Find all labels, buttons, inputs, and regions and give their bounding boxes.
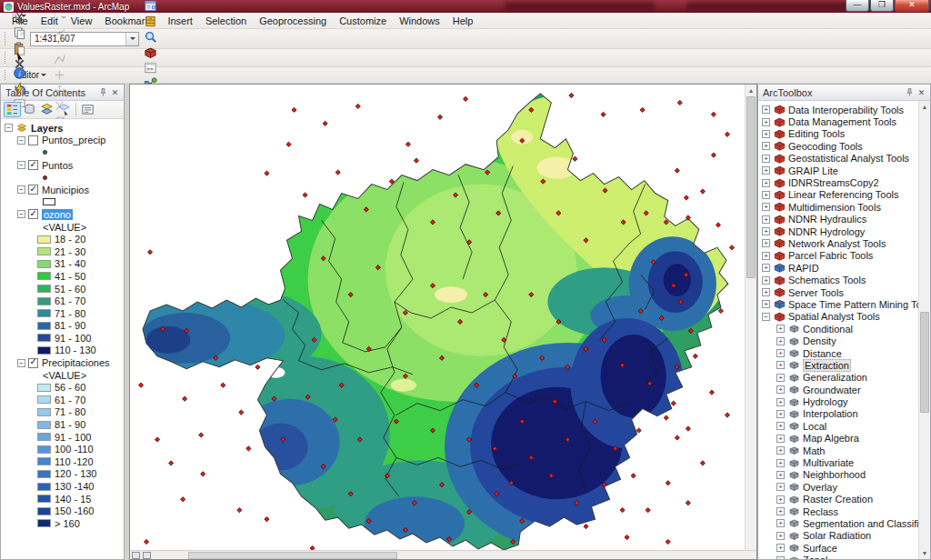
toolbox-item-label[interactable]: Multidimension Tools (788, 202, 881, 213)
expand-icon[interactable]: + (776, 422, 785, 430)
menu-view[interactable]: View (65, 14, 99, 28)
toolbox-item[interactable]: +Hydrology (760, 395, 917, 407)
legend-class-row[interactable]: 81 - 90 (1, 320, 124, 333)
toolbox-item-label[interactable]: Generalization (803, 372, 867, 383)
toolbox-item[interactable]: +Editing Tools (760, 128, 917, 140)
toolbox-item-label[interactable]: Map Algebra (803, 433, 859, 444)
toolbox-item-label[interactable]: Groundwater (803, 385, 861, 395)
select-elements-button[interactable] (11, 50, 27, 65)
toolbox-item[interactable]: +GRAIP Lite (760, 165, 917, 176)
layer-symbol[interactable] (1, 146, 124, 159)
point-symbol[interactable] (43, 150, 47, 155)
layer-label[interactable]: Puntos_precip (42, 135, 105, 145)
expand-icon[interactable]: + (776, 532, 785, 540)
toolbox-item-label[interactable]: Geocoding Tools (788, 141, 863, 152)
toolbox-item[interactable]: +Multidimension Tools (760, 201, 917, 213)
toolbox-item-label[interactable]: Solar Radiation (803, 530, 871, 541)
expand-icon[interactable]: + (762, 252, 770, 260)
toolbox-item-label[interactable]: IDNRStreamsCopy2 (788, 177, 879, 188)
layer-visibility-checkbox[interactable] (28, 135, 38, 145)
scrollbar-thumb[interactable] (746, 96, 756, 278)
close-button[interactable]: ✕ (895, 0, 929, 12)
toolbox-item-label[interactable]: Network Analyst Tools (788, 238, 886, 249)
expand-icon[interactable]: + (762, 215, 770, 224)
scale-dropdown-button[interactable] (125, 33, 138, 45)
toolbox-item[interactable]: +Geocoding Tools (760, 140, 917, 152)
collapse-icon[interactable]: − (17, 136, 25, 145)
collapse-icon[interactable]: − (762, 313, 770, 321)
arctoolbox-scrollbar[interactable]: ▲ ▼ (918, 101, 930, 559)
toolbox-item[interactable]: +Geostatistical Analyst Tools (760, 153, 917, 165)
layer-visibility-checkbox[interactable] (28, 160, 38, 170)
toolbox-item-label[interactable]: Distance (803, 348, 842, 359)
toolbox-item[interactable]: +Solar Radiation (760, 530, 917, 542)
toolbox-item[interactable]: +Server Tools (760, 286, 917, 298)
legend-class-row[interactable]: 56 - 60 (1, 381, 124, 394)
toolbox-item-label[interactable]: Conditional (803, 324, 853, 335)
toolbox-item-label[interactable]: Geostatistical Analyst Tools (788, 153, 909, 164)
toolbox-item-label[interactable]: Space Time Pattern Mining Tools (788, 299, 930, 310)
collapse-icon[interactable]: − (5, 124, 13, 132)
menu-customize[interactable]: Customize (333, 14, 393, 28)
point-symbol[interactable] (43, 175, 47, 180)
layer-visibility-checkbox[interactable] (28, 358, 38, 368)
toolbox-item-label[interactable]: Data Interoperability Tools (788, 105, 904, 115)
menu-selection[interactable]: Selection (199, 14, 253, 28)
pin-icon[interactable] (97, 86, 109, 98)
hyperlink-button[interactable] (11, 81, 27, 96)
toolbox-item[interactable]: +IDNRStreamsCopy2 (760, 176, 917, 188)
expand-icon[interactable]: + (762, 142, 770, 150)
legend-class-row[interactable]: 140 - 15 (1, 493, 124, 505)
catalog-window-button[interactable] (142, 14, 158, 29)
legend-class-row[interactable]: 81 - 90 (1, 418, 124, 431)
list-by-visibility-button[interactable] (38, 102, 55, 117)
toc-layer-ozono[interactable]: −ozono (1, 208, 124, 221)
layout-view-tab[interactable] (143, 552, 151, 559)
toolbox-item[interactable]: +Extraction (760, 359, 917, 371)
layer-label[interactable]: Municipios (42, 185, 89, 195)
toolbox-item[interactable]: +Groundwater (760, 384, 917, 395)
toolbar-grip[interactable] (5, 70, 8, 81)
toolbox-item[interactable]: +Multivariate (760, 456, 917, 468)
expand-icon[interactable]: + (776, 361, 785, 369)
toolbox-item-label[interactable]: Data Management Tools (788, 116, 896, 127)
layer-symbol[interactable] (1, 196, 124, 209)
restore-button[interactable]: ❐ (870, 0, 894, 12)
close-icon[interactable]: ✕ (916, 86, 927, 98)
toolbox-item-label[interactable]: GRAIP Lite (788, 165, 838, 176)
scrollbar-thumb[interactable] (920, 312, 929, 413)
expand-icon[interactable]: + (776, 374, 785, 382)
toolbox-item[interactable]: +Map Algebra (760, 433, 917, 445)
toolbox-item-label[interactable]: Hydrology (803, 396, 848, 407)
legend-class-row[interactable]: 21 - 30 (1, 245, 124, 258)
expand-icon[interactable]: + (776, 410, 785, 418)
expand-icon[interactable]: + (762, 105, 770, 114)
toolbox-item[interactable]: +Interpolation (760, 408, 917, 420)
toolbox-item-label[interactable]: Overlay (803, 482, 837, 493)
menu-insert[interactable]: Insert (161, 14, 199, 28)
toolbox-item[interactable]: +Network Analyst Tools (760, 237, 917, 249)
map-svg[interactable] (130, 85, 745, 550)
close-icon[interactable]: ✕ (109, 86, 121, 98)
toolbox-item-label[interactable]: Parcel Fabric Tools (788, 250, 873, 261)
search-window-button[interactable] (142, 29, 158, 45)
toolbox-item[interactable]: +Data Interoperability Tools (760, 104, 917, 115)
data-view-tab[interactable] (132, 552, 140, 559)
expand-icon[interactable]: + (762, 288, 770, 296)
toolbox-item[interactable]: +Density (760, 335, 917, 346)
map-canvas[interactable] (130, 85, 745, 550)
legend-class-row[interactable]: 18 - 20 (1, 233, 124, 245)
table-of-contents-window-button[interactable] (142, 0, 158, 14)
map-horizontal-scrollbar[interactable] (188, 552, 397, 559)
legend-class-row[interactable]: 100 -110 (1, 443, 124, 455)
toolbox-item[interactable]: +NDNR Hydrology (760, 225, 917, 237)
legend-class-row[interactable]: 130 -140 (1, 480, 124, 493)
toolbox-item[interactable]: +Math (760, 445, 917, 456)
collapse-icon[interactable]: − (17, 210, 25, 218)
expand-icon[interactable]: + (762, 276, 770, 285)
expand-icon[interactable]: + (762, 155, 770, 163)
legend-class-row[interactable]: 120 - 130 (1, 468, 124, 481)
toolbox-item[interactable]: +Data Management Tools (760, 115, 917, 127)
toolbox-item-label[interactable]: Neighborhood (803, 469, 866, 480)
collapse-icon[interactable]: − (17, 185, 25, 194)
